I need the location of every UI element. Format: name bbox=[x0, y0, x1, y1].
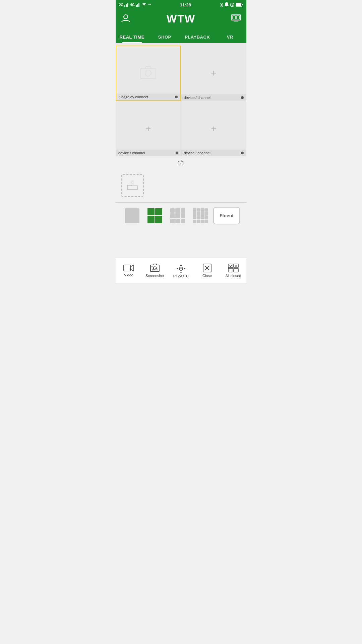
layout-3x3-button[interactable] bbox=[168, 206, 188, 226]
layout-2x2-button[interactable] bbox=[145, 206, 165, 226]
svg-line-27 bbox=[131, 183, 132, 184]
tab-realtime[interactable]: REAL TIME bbox=[116, 35, 148, 43]
fluent-button[interactable]: Fluent bbox=[213, 207, 240, 224]
bell-icon bbox=[225, 2, 229, 7]
toolbar-video-label: Video bbox=[124, 273, 133, 277]
svg-line-25 bbox=[133, 183, 134, 184]
svg-point-19 bbox=[132, 182, 133, 183]
app-header: WTW bbox=[116, 9, 246, 28]
tab-vr[interactable]: VR bbox=[214, 35, 247, 43]
svg-line-8 bbox=[232, 5, 233, 6]
tab-playback[interactable]: PLAYBACK bbox=[181, 35, 214, 43]
video-cell-3[interactable]: + device / channel bbox=[116, 101, 181, 157]
dots-text: ··· bbox=[148, 2, 151, 7]
folder-button[interactable] bbox=[121, 174, 144, 197]
add-channel-2-icon: + bbox=[211, 68, 217, 78]
svg-marker-35 bbox=[180, 264, 182, 266]
svg-rect-30 bbox=[150, 265, 159, 272]
toolbar-ptz[interactable]: PTZ/UTC bbox=[168, 263, 194, 278]
battery-icon bbox=[236, 3, 243, 7]
status-bar: 2G 4G ··· 11:28 bbox=[116, 0, 246, 9]
app-logo: WTW bbox=[167, 13, 195, 25]
cell-3-label: device / channel bbox=[116, 150, 181, 156]
cell-1-status-dot bbox=[175, 96, 178, 98]
cell-1-label: 123,relay connect bbox=[116, 94, 180, 100]
toolbar-close-label: Close bbox=[202, 274, 212, 278]
status-left: 2G 4G ··· bbox=[119, 2, 151, 7]
svg-line-26 bbox=[133, 181, 134, 182]
cell-2-text: device / channel bbox=[184, 96, 211, 100]
pagination: 1/1 bbox=[116, 156, 246, 169]
add-channel-4-icon: + bbox=[211, 124, 217, 133]
layout-selector: Fluent bbox=[116, 203, 246, 229]
toolbar-screenshot[interactable]: Screenshot bbox=[142, 264, 168, 278]
signal-text: 2G bbox=[119, 3, 123, 7]
svg-rect-15 bbox=[236, 16, 240, 19]
svg-rect-45 bbox=[234, 268, 238, 272]
svg-rect-5 bbox=[138, 3, 139, 7]
toolbar-video[interactable]: Video bbox=[116, 264, 142, 277]
svg-marker-36 bbox=[180, 272, 182, 273]
cell-4-status-dot bbox=[241, 152, 244, 154]
cell-2-label: device / channel bbox=[181, 94, 247, 101]
svg-line-24 bbox=[131, 181, 132, 182]
cell-1-text: 123,relay connect bbox=[119, 95, 148, 99]
layout-2x2-icon bbox=[147, 208, 162, 223]
signal-bars2-icon bbox=[136, 3, 140, 7]
video-cell-2[interactable]: + device / channel bbox=[181, 46, 247, 101]
tab-shop[interactable]: SHOP bbox=[148, 35, 181, 43]
layout-3x3-icon bbox=[170, 208, 185, 223]
signal-4g-text: 4G bbox=[130, 3, 134, 7]
svg-point-34 bbox=[181, 268, 182, 269]
svg-point-18 bbox=[145, 70, 151, 76]
svg-rect-0 bbox=[124, 5, 125, 7]
screenshot-icon bbox=[150, 264, 160, 272]
cell-4-text: device / channel bbox=[184, 151, 211, 155]
folder-area bbox=[116, 169, 246, 202]
device-icon[interactable] bbox=[231, 14, 241, 24]
toolbar-ptz-label: PTZ/UTC bbox=[173, 274, 189, 278]
cell-4-label: device / channel bbox=[181, 150, 247, 156]
svg-marker-29 bbox=[131, 265, 134, 271]
svg-point-12 bbox=[124, 15, 128, 19]
video-cell-1[interactable]: 123,relay connect bbox=[116, 46, 181, 101]
svg-rect-28 bbox=[124, 265, 130, 271]
close-icon bbox=[203, 264, 212, 272]
svg-marker-37 bbox=[177, 268, 178, 270]
status-right bbox=[220, 2, 243, 7]
toolbar-close[interactable]: Close bbox=[194, 264, 220, 278]
video-cell-4[interactable]: + device / channel bbox=[181, 101, 247, 157]
svg-rect-2 bbox=[127, 3, 128, 7]
toolbar-allclosed[interactable]: All closed bbox=[220, 264, 246, 278]
svg-marker-38 bbox=[184, 268, 185, 270]
pagination-text: 1/1 bbox=[178, 160, 185, 165]
svg-rect-4 bbox=[137, 4, 138, 7]
svg-rect-10 bbox=[236, 3, 241, 6]
nav-tabs: REAL TIME SHOP PLAYBACK VR bbox=[116, 28, 246, 43]
wifi-icon bbox=[141, 3, 147, 7]
add-channel-3-icon: + bbox=[145, 124, 151, 133]
svg-rect-44 bbox=[228, 268, 233, 272]
layout-1x1-button[interactable] bbox=[122, 206, 142, 226]
status-time: 11:28 bbox=[180, 2, 191, 7]
ptz-icon bbox=[176, 263, 186, 273]
svg-rect-42 bbox=[228, 264, 233, 268]
svg-rect-43 bbox=[234, 264, 238, 268]
layout-4x4-button[interactable] bbox=[190, 206, 210, 226]
bluetooth-icon bbox=[220, 2, 223, 7]
layout-1x1-icon bbox=[125, 208, 139, 223]
video-grid: 123,relay connect + device / channel + d… bbox=[116, 46, 246, 156]
signal-bars-icon bbox=[124, 3, 129, 7]
toolbar-allclosed-label: All closed bbox=[225, 274, 241, 278]
folder-icon bbox=[127, 181, 138, 190]
layout-4x4-icon bbox=[193, 208, 208, 223]
clock-icon bbox=[230, 3, 234, 7]
svg-rect-14 bbox=[232, 16, 236, 19]
toolbar-screenshot-label: Screenshot bbox=[145, 274, 164, 278]
user-icon[interactable] bbox=[121, 13, 130, 24]
camera-placeholder-icon bbox=[140, 66, 157, 80]
svg-rect-3 bbox=[136, 5, 137, 7]
bottom-toolbar: Video Screenshot PTZ/UTC bbox=[116, 258, 246, 283]
cell-3-text: device / channel bbox=[118, 151, 145, 155]
allclosed-icon bbox=[228, 264, 239, 272]
